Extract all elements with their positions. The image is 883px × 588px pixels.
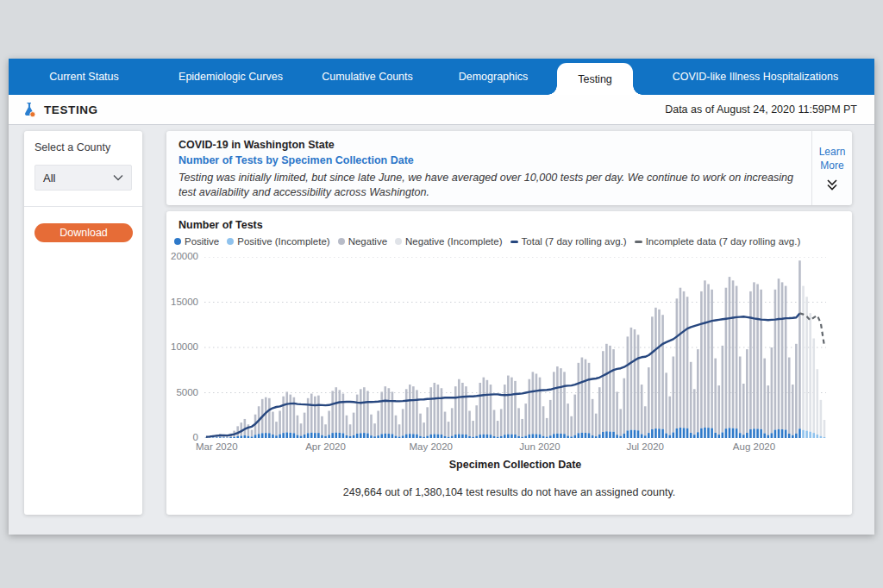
county-dropdown-value: All xyxy=(43,172,113,185)
x-axis-label: Aug 2020 xyxy=(733,441,775,452)
tab-covid-like-illness-hospitalizations[interactable]: COVID-like Illness Hospitalizations xyxy=(636,59,874,95)
x-axis-title: Specimen Collection Date xyxy=(204,459,826,471)
tab-bar: Current StatusEpidemiologic CurvesCumula… xyxy=(9,59,874,95)
chart-footnote: 249,664 out of 1,380,104 test results do… xyxy=(166,486,852,498)
x-axis-label: Jul 2020 xyxy=(626,441,663,452)
legend-label: Incomplete data (7 day rolling avg.) xyxy=(646,236,801,247)
tests-chart-plot[interactable] xyxy=(204,257,826,438)
legend-label: Negative (Incomplete) xyxy=(405,236,503,247)
legend-swatch-dot xyxy=(338,238,345,245)
y-axis-label: 20000 xyxy=(166,251,198,261)
tab-label[interactable]: Demographics xyxy=(447,59,541,95)
legend-item[interactable]: Negative xyxy=(338,236,387,247)
learn-more-link[interactable]: Learn More xyxy=(812,146,852,172)
legend-swatch-dot xyxy=(395,238,402,245)
learn-more-panel[interactable]: Learn More xyxy=(811,131,852,205)
tab-label[interactable]: COVID-like Illness Hospitalizations xyxy=(661,59,850,95)
chevron-down-icon xyxy=(113,174,123,181)
info-description: Testing was initially limited, but since… xyxy=(178,171,801,199)
legend-swatch-dot xyxy=(227,238,234,245)
double-chevron-down-icon[interactable] xyxy=(826,179,838,191)
flask-icon xyxy=(21,101,37,118)
legend-label: Total (7 day rolling avg.) xyxy=(522,236,627,247)
y-axis-label: 15000 xyxy=(166,297,198,307)
y-axis-label: 5000 xyxy=(166,387,198,397)
legend-label: Negative xyxy=(348,236,387,247)
tab-current-status[interactable]: Current Status xyxy=(9,59,160,95)
legend-label: Positive (Incomplete) xyxy=(237,236,329,247)
x-axis-label: Apr 2020 xyxy=(305,441,346,452)
dashboard-window: Current StatusEpidemiologic CurvesCumula… xyxy=(9,59,874,535)
legend-item[interactable]: Incomplete data (7 day rolling avg.) xyxy=(635,236,801,247)
tab-demographics[interactable]: Demographics xyxy=(433,59,554,95)
legend-label: Positive xyxy=(185,236,219,247)
legend-swatch-dot xyxy=(174,238,181,245)
legend-item[interactable]: Positive xyxy=(174,236,219,247)
tests-chart-canvas[interactable] xyxy=(204,257,826,438)
download-button[interactable]: Download xyxy=(34,223,133,242)
tab-label[interactable]: Current Status xyxy=(37,59,131,95)
legend-item[interactable]: Total (7 day rolling avg.) xyxy=(510,236,627,247)
x-axis-label: Mar 2020 xyxy=(196,441,238,452)
county-dropdown[interactable]: All xyxy=(34,165,132,191)
tab-epidemiologic-curves[interactable]: Epidemiologic Curves xyxy=(160,59,302,95)
data-as-of-label: Data as of August 24, 2020 11:59PM PT xyxy=(665,103,857,116)
tab-cumulative-counts[interactable]: Cumulative Counts xyxy=(302,59,433,95)
info-subtitle: Number of Tests by Specimen Collection D… xyxy=(178,154,801,166)
legend-swatch-dash xyxy=(510,241,518,243)
sidebar-divider xyxy=(24,206,142,207)
tab-label[interactable]: Epidemiologic Curves xyxy=(166,59,295,95)
page-header: TESTING Data as of August 24, 2020 11:59… xyxy=(9,95,874,125)
y-axis-label: 0 xyxy=(166,432,198,442)
content-area: Select a County All Download COVID-19 in… xyxy=(9,125,874,535)
legend-item[interactable]: Negative (Incomplete) xyxy=(395,236,503,247)
county-filter-label: Select a County xyxy=(34,141,132,153)
page-title: TESTING xyxy=(44,103,98,116)
chart-title: Number of Tests xyxy=(178,219,263,231)
tab-label[interactable]: Testing xyxy=(557,63,633,95)
tab-label[interactable]: Cumulative Counts xyxy=(310,59,425,95)
chart-card: Number of Tests PositivePositive (Incomp… xyxy=(166,211,852,515)
tab-testing[interactable]: Testing xyxy=(554,59,636,95)
filter-sidebar: Select a County All Download xyxy=(24,131,142,515)
chart-legend: PositivePositive (Incomplete)NegativeNeg… xyxy=(174,236,800,247)
x-axis-label: Jun 2020 xyxy=(519,441,560,452)
y-axis-label: 10000 xyxy=(166,341,198,352)
x-axis-label: May 2020 xyxy=(409,441,453,452)
info-panel: COVID-19 in Washington State Number of T… xyxy=(166,131,852,205)
info-title: COVID-19 in Washington State xyxy=(178,139,801,151)
legend-item[interactable]: Positive (Incomplete) xyxy=(227,236,329,247)
legend-swatch-dash xyxy=(635,241,642,243)
